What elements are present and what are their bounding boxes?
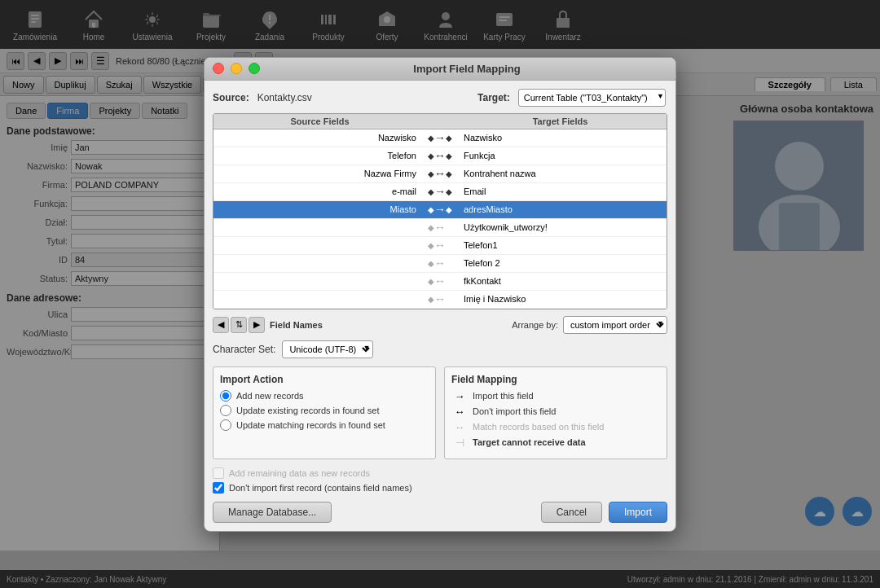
radio-add-new-label: Add new records [236, 391, 304, 401]
target-field-2: Kontrahent nazwa [460, 169, 660, 178]
arrow-cell-9: ◆ ↔ ◆ [420, 292, 460, 305]
mapping-table-header: Source Fields Target Fields [213, 114, 667, 129]
col-source-header: Source Fields [220, 116, 420, 126]
checkbox-remaining-label: Add remaining data as new records [229, 468, 370, 478]
legend-skip-label: Don't import this field [473, 406, 556, 416]
target-field-1: Funkcja [460, 151, 660, 160]
charset-row: Character Set: Unicode (UTF-8) ▼ [213, 340, 667, 358]
target-field-7: Telefon 2 [460, 258, 660, 268]
mapping-row-2[interactable]: Nazwa Firmy ◆ ↔ ◆ Kontrahent nazwa [213, 165, 667, 183]
import-field-mapping-modal: Import Field Mapping Source: Kontakty.cs… [204, 57, 676, 532]
source-target-row: Source: Kontakty.csv Target: Current Tab… [213, 89, 667, 107]
nav-buttons-small: ◀ ⇅ ▶ [213, 317, 265, 333]
modal-close-button[interactable] [213, 63, 224, 74]
legend-import-label: Import this field [473, 391, 534, 401]
mapping-row-6[interactable]: ◆ ↔ ◆ Telefon1 [213, 237, 667, 255]
arrow-cell-2: ◆ ↔ ◆ [420, 167, 460, 180]
nav-sm-shuffle[interactable]: ⇅ [231, 317, 247, 333]
radio-add-new: Add new records [220, 390, 429, 402]
target-field-5: Użytkownik_utworzy! [460, 222, 660, 232]
checkbox-first-record-input[interactable] [213, 482, 224, 494]
arrow-cell-0: ◆ → ◆ [420, 131, 460, 144]
legend-skip-arrow: ↔ [451, 406, 468, 418]
import-action-box: Import Action Add new records Update exi… [213, 366, 436, 459]
field-names-label: Field Names [270, 320, 323, 330]
checkbox-remaining-input[interactable] [213, 467, 224, 479]
legend-import: → Import this field [451, 390, 660, 402]
target-field-9: Imię i Nazwisko [460, 294, 660, 304]
mapping-row-3[interactable]: e-mail ◆ → ◆ Email [213, 183, 667, 201]
legend-match: ↔ Match records based on this field [451, 421, 660, 433]
radio-update-matching: Update matching records in found set [220, 419, 429, 431]
source-field-3: e-mail [220, 186, 420, 196]
target-field-6: Telefon1 [460, 240, 660, 250]
legend-no-receive-arrow: ⊣ [451, 437, 468, 449]
source-value: Kontakty.csv [257, 92, 312, 103]
arrange-label: Arrange by: [512, 320, 558, 330]
target-field-8: fkKontakt [460, 276, 660, 286]
radio-update-found-label: Update existing records in found set [236, 406, 380, 415]
radio-update-found: Update existing records in found set [220, 405, 429, 416]
modal-minimize-button[interactable] [231, 63, 242, 74]
target-field-4: adresMiasto [460, 204, 660, 214]
mapping-row-1[interactable]: Telefon ◆ ↔ ◆ Funkcja [213, 147, 667, 165]
modal-titlebar: Import Field Mapping [205, 58, 675, 81]
source-field-0: Nazwisko [220, 133, 420, 143]
checkbox-remaining: Add remaining data as new records [213, 467, 667, 479]
legend-target-no-receive: ⊣ Target cannot receive data [451, 437, 660, 449]
charset-select[interactable]: Unicode (UTF-8) [282, 340, 373, 358]
checkbox-section: Add remaining data as new records Don't … [213, 467, 667, 494]
modal-overlay: Import Field Mapping Source: Kontakty.cs… [0, 0, 880, 588]
target-select[interactable]: Current Table ("T03_Kontakty") [518, 89, 666, 107]
col-target-header: Target Fields [460, 116, 660, 126]
source-label: Source: [213, 92, 249, 103]
source-field-4: Miasto [220, 204, 420, 214]
controls-row: ◀ ⇅ ▶ Field Names Arrange by: custom imp… [213, 316, 667, 334]
radio-update-matching-label: Update matching records in found set [236, 420, 385, 430]
radio-update-found-input[interactable] [220, 405, 231, 416]
source-field-2: Nazwa Firmy [220, 169, 420, 178]
import-button[interactable]: Import [609, 502, 667, 523]
radio-update-matching-input[interactable] [220, 419, 231, 431]
arrange-select[interactable]: custom import order [563, 316, 667, 334]
modal-body: Source: Kontakty.csv Target: Current Tab… [205, 81, 675, 531]
mapping-rows[interactable]: Nazwisko ◆ → ◆ Nazwisko Telefon ◆ ↔ ◆ Fu… [213, 129, 667, 309]
checkbox-first-record-label: Don't import first record (contains fiel… [229, 483, 412, 493]
mapping-table: Source Fields Target Fields Nazwisko ◆ →… [213, 113, 667, 309]
legend-import-arrow: → [451, 390, 468, 402]
source-field-1: Telefon [220, 151, 420, 160]
modal-maximize-button[interactable] [249, 63, 260, 74]
mapping-row-5[interactable]: ◆ ↔ ◆ Użytkownik_utworzy! [213, 219, 667, 237]
radio-add-new-input[interactable] [220, 390, 231, 402]
field-mapping-box: Field Mapping → Import this field ↔ Don'… [444, 366, 667, 459]
checkbox-first-record: Don't import first record (contains fiel… [213, 482, 667, 494]
mapping-row-0[interactable]: Nazwisko ◆ → ◆ Nazwisko [213, 129, 667, 147]
mapping-row-4[interactable]: Miasto ◆ → ◆ adresMiasto [213, 201, 667, 219]
manage-database-button[interactable]: Manage Database... [213, 502, 332, 523]
target-label: Target: [477, 92, 510, 103]
legend-match-arrow: ↔ [451, 421, 468, 433]
nav-sm-prev[interactable]: ◀ [213, 317, 229, 333]
arrow-cell-7: ◆ ↔ ◆ [420, 257, 460, 270]
modal-action-row: Manage Database... Cancel Import [213, 502, 667, 523]
legend-skip: ↔ Don't import this field [451, 406, 660, 418]
arrow-cell-5: ◆ ↔ ◆ [420, 221, 460, 234]
arrow-cell-8: ◆ ↔ ◆ [420, 274, 460, 287]
arrow-cell-4: ◆ → ◆ [420, 203, 460, 216]
mapping-row-9[interactable]: ◆ ↔ ◆ Imię i Nazwisko [213, 291, 667, 309]
target-field-3: Email [460, 186, 660, 196]
bottom-section: Import Action Add new records Update exi… [213, 366, 667, 459]
import-action-title: Import Action [220, 374, 429, 385]
field-mapping-title: Field Mapping [451, 374, 660, 385]
legend-no-receive-label: Target cannot receive data [473, 437, 586, 447]
charset-label: Character Set: [213, 344, 275, 355]
mapping-row-7[interactable]: ◆ ↔ ◆ Telefon 2 [213, 255, 667, 273]
mapping-row-8[interactable]: ◆ ↔ ◆ fkKontakt [213, 273, 667, 291]
arrow-cell-3: ◆ → ◆ [420, 185, 460, 198]
nav-sm-next[interactable]: ▶ [249, 317, 265, 333]
modal-title: Import Field Mapping [266, 63, 667, 75]
arrow-cell-1: ◆ ↔ ◆ [420, 149, 460, 162]
arrow-cell-6: ◆ ↔ ◆ [420, 239, 460, 252]
cancel-button[interactable]: Cancel [541, 502, 602, 523]
target-field-0: Nazwisko [460, 133, 660, 143]
